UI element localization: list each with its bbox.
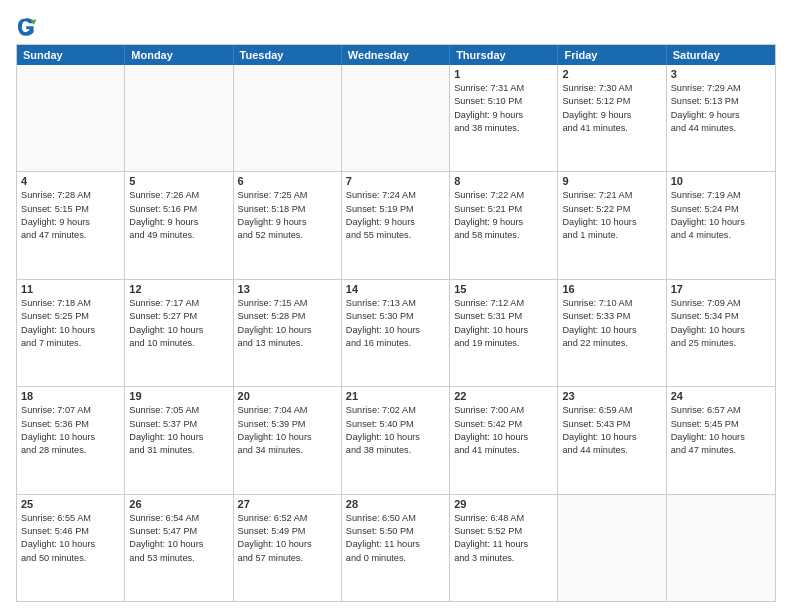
day-cell-11: 11Sunrise: 7:18 AMSunset: 5:25 PMDayligh… <box>17 280 125 386</box>
day-number: 7 <box>346 175 445 187</box>
day-info: Sunrise: 6:52 AMSunset: 5:49 PMDaylight:… <box>238 512 337 565</box>
day-number: 19 <box>129 390 228 402</box>
calendar-week-4: 18Sunrise: 7:07 AMSunset: 5:36 PMDayligh… <box>17 387 775 494</box>
day-number: 4 <box>21 175 120 187</box>
day-cell-4: 4Sunrise: 7:28 AMSunset: 5:15 PMDaylight… <box>17 172 125 278</box>
day-cell-3: 3Sunrise: 7:29 AMSunset: 5:13 PMDaylight… <box>667 65 775 171</box>
day-info: Sunrise: 7:15 AMSunset: 5:28 PMDaylight:… <box>238 297 337 350</box>
page: SundayMondayTuesdayWednesdayThursdayFrid… <box>0 0 792 612</box>
day-cell-19: 19Sunrise: 7:05 AMSunset: 5:37 PMDayligh… <box>125 387 233 493</box>
day-cell-6: 6Sunrise: 7:25 AMSunset: 5:18 PMDaylight… <box>234 172 342 278</box>
empty-cell <box>17 65 125 171</box>
day-number: 28 <box>346 498 445 510</box>
day-number: 20 <box>238 390 337 402</box>
day-number: 25 <box>21 498 120 510</box>
day-cell-28: 28Sunrise: 6:50 AMSunset: 5:50 PMDayligh… <box>342 495 450 601</box>
day-number: 27 <box>238 498 337 510</box>
day-number: 18 <box>21 390 120 402</box>
day-cell-29: 29Sunrise: 6:48 AMSunset: 5:52 PMDayligh… <box>450 495 558 601</box>
day-info: Sunrise: 7:26 AMSunset: 5:16 PMDaylight:… <box>129 189 228 242</box>
logo <box>16 16 40 38</box>
day-number: 15 <box>454 283 553 295</box>
day-number: 22 <box>454 390 553 402</box>
day-info: Sunrise: 7:21 AMSunset: 5:22 PMDaylight:… <box>562 189 661 242</box>
empty-cell <box>667 495 775 601</box>
day-cell-27: 27Sunrise: 6:52 AMSunset: 5:49 PMDayligh… <box>234 495 342 601</box>
day-cell-20: 20Sunrise: 7:04 AMSunset: 5:39 PMDayligh… <box>234 387 342 493</box>
day-info: Sunrise: 7:05 AMSunset: 5:37 PMDaylight:… <box>129 404 228 457</box>
day-info: Sunrise: 7:10 AMSunset: 5:33 PMDaylight:… <box>562 297 661 350</box>
day-info: Sunrise: 7:07 AMSunset: 5:36 PMDaylight:… <box>21 404 120 457</box>
empty-cell <box>558 495 666 601</box>
day-number: 17 <box>671 283 771 295</box>
day-info: Sunrise: 7:28 AMSunset: 5:15 PMDaylight:… <box>21 189 120 242</box>
header-day-wednesday: Wednesday <box>342 45 450 65</box>
day-info: Sunrise: 7:24 AMSunset: 5:19 PMDaylight:… <box>346 189 445 242</box>
day-info: Sunrise: 6:54 AMSunset: 5:47 PMDaylight:… <box>129 512 228 565</box>
day-info: Sunrise: 6:55 AMSunset: 5:46 PMDaylight:… <box>21 512 120 565</box>
day-info: Sunrise: 7:00 AMSunset: 5:42 PMDaylight:… <box>454 404 553 457</box>
day-number: 26 <box>129 498 228 510</box>
day-cell-26: 26Sunrise: 6:54 AMSunset: 5:47 PMDayligh… <box>125 495 233 601</box>
day-number: 29 <box>454 498 553 510</box>
day-cell-5: 5Sunrise: 7:26 AMSunset: 5:16 PMDaylight… <box>125 172 233 278</box>
day-cell-2: 2Sunrise: 7:30 AMSunset: 5:12 PMDaylight… <box>558 65 666 171</box>
day-number: 14 <box>346 283 445 295</box>
day-info: Sunrise: 6:57 AMSunset: 5:45 PMDaylight:… <box>671 404 771 457</box>
logo-icon <box>16 16 38 38</box>
day-info: Sunrise: 7:25 AMSunset: 5:18 PMDaylight:… <box>238 189 337 242</box>
day-number: 3 <box>671 68 771 80</box>
day-number: 2 <box>562 68 661 80</box>
day-number: 6 <box>238 175 337 187</box>
day-cell-15: 15Sunrise: 7:12 AMSunset: 5:31 PMDayligh… <box>450 280 558 386</box>
header-day-sunday: Sunday <box>17 45 125 65</box>
day-cell-10: 10Sunrise: 7:19 AMSunset: 5:24 PMDayligh… <box>667 172 775 278</box>
day-info: Sunrise: 7:17 AMSunset: 5:27 PMDaylight:… <box>129 297 228 350</box>
header-day-friday: Friday <box>558 45 666 65</box>
day-cell-22: 22Sunrise: 7:00 AMSunset: 5:42 PMDayligh… <box>450 387 558 493</box>
day-cell-7: 7Sunrise: 7:24 AMSunset: 5:19 PMDaylight… <box>342 172 450 278</box>
day-number: 10 <box>671 175 771 187</box>
day-cell-13: 13Sunrise: 7:15 AMSunset: 5:28 PMDayligh… <box>234 280 342 386</box>
day-cell-8: 8Sunrise: 7:22 AMSunset: 5:21 PMDaylight… <box>450 172 558 278</box>
day-cell-17: 17Sunrise: 7:09 AMSunset: 5:34 PMDayligh… <box>667 280 775 386</box>
day-number: 16 <box>562 283 661 295</box>
day-info: Sunrise: 6:59 AMSunset: 5:43 PMDaylight:… <box>562 404 661 457</box>
calendar-week-2: 4Sunrise: 7:28 AMSunset: 5:15 PMDaylight… <box>17 172 775 279</box>
day-info: Sunrise: 7:31 AMSunset: 5:10 PMDaylight:… <box>454 82 553 135</box>
day-info: Sunrise: 6:48 AMSunset: 5:52 PMDaylight:… <box>454 512 553 565</box>
day-cell-25: 25Sunrise: 6:55 AMSunset: 5:46 PMDayligh… <box>17 495 125 601</box>
day-number: 24 <box>671 390 771 402</box>
day-info: Sunrise: 7:30 AMSunset: 5:12 PMDaylight:… <box>562 82 661 135</box>
day-cell-14: 14Sunrise: 7:13 AMSunset: 5:30 PMDayligh… <box>342 280 450 386</box>
day-info: Sunrise: 7:22 AMSunset: 5:21 PMDaylight:… <box>454 189 553 242</box>
day-info: Sunrise: 7:13 AMSunset: 5:30 PMDaylight:… <box>346 297 445 350</box>
day-cell-23: 23Sunrise: 6:59 AMSunset: 5:43 PMDayligh… <box>558 387 666 493</box>
empty-cell <box>125 65 233 171</box>
day-info: Sunrise: 7:19 AMSunset: 5:24 PMDaylight:… <box>671 189 771 242</box>
day-number: 1 <box>454 68 553 80</box>
day-info: Sunrise: 7:12 AMSunset: 5:31 PMDaylight:… <box>454 297 553 350</box>
day-number: 8 <box>454 175 553 187</box>
header-day-tuesday: Tuesday <box>234 45 342 65</box>
header-day-saturday: Saturday <box>667 45 775 65</box>
calendar-body: 1Sunrise: 7:31 AMSunset: 5:10 PMDaylight… <box>17 65 775 601</box>
day-cell-24: 24Sunrise: 6:57 AMSunset: 5:45 PMDayligh… <box>667 387 775 493</box>
day-number: 9 <box>562 175 661 187</box>
calendar-week-1: 1Sunrise: 7:31 AMSunset: 5:10 PMDaylight… <box>17 65 775 172</box>
day-info: Sunrise: 7:04 AMSunset: 5:39 PMDaylight:… <box>238 404 337 457</box>
calendar-week-5: 25Sunrise: 6:55 AMSunset: 5:46 PMDayligh… <box>17 495 775 601</box>
day-cell-18: 18Sunrise: 7:07 AMSunset: 5:36 PMDayligh… <box>17 387 125 493</box>
header <box>16 12 776 38</box>
day-number: 23 <box>562 390 661 402</box>
empty-cell <box>234 65 342 171</box>
header-day-monday: Monday <box>125 45 233 65</box>
day-number: 11 <box>21 283 120 295</box>
header-day-thursday: Thursday <box>450 45 558 65</box>
calendar-header: SundayMondayTuesdayWednesdayThursdayFrid… <box>17 45 775 65</box>
day-info: Sunrise: 6:50 AMSunset: 5:50 PMDaylight:… <box>346 512 445 565</box>
calendar-week-3: 11Sunrise: 7:18 AMSunset: 5:25 PMDayligh… <box>17 280 775 387</box>
day-cell-9: 9Sunrise: 7:21 AMSunset: 5:22 PMDaylight… <box>558 172 666 278</box>
day-info: Sunrise: 7:02 AMSunset: 5:40 PMDaylight:… <box>346 404 445 457</box>
day-cell-16: 16Sunrise: 7:10 AMSunset: 5:33 PMDayligh… <box>558 280 666 386</box>
